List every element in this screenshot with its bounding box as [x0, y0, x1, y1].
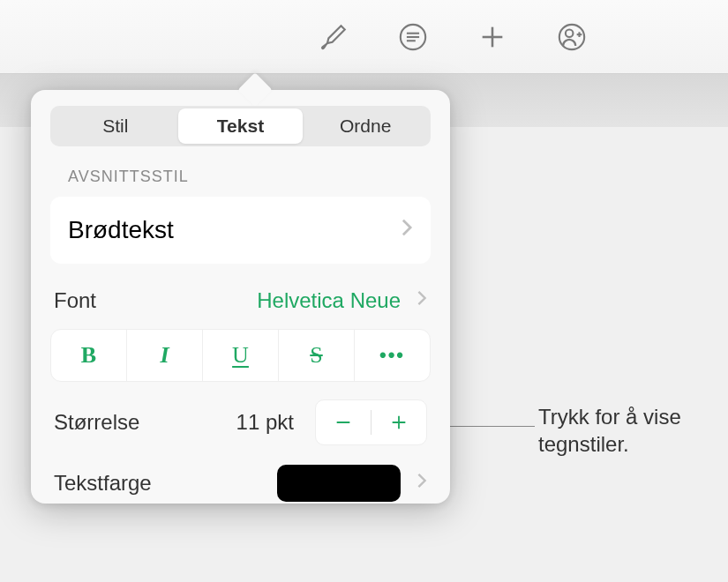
paragraph-style-selector[interactable]: Brødtekst	[50, 197, 431, 264]
size-stepper	[315, 399, 427, 445]
bold-button[interactable]: B	[51, 330, 127, 381]
list-icon[interactable]	[395, 19, 431, 55]
italic-button[interactable]: I	[127, 330, 203, 381]
font-value: Helvetica Neue	[257, 288, 401, 313]
size-increase-button[interactable]	[372, 400, 426, 444]
font-label: Font	[54, 288, 96, 313]
callout-line-1: Trykk for å vise	[538, 403, 681, 430]
paragraph-style-label: AVSNITTSSTIL	[50, 168, 431, 186]
collaborate-icon[interactable]	[554, 19, 589, 55]
text-color-label: Tekstfarge	[54, 471, 152, 496]
font-row[interactable]: Font Helvetica Neue	[50, 288, 431, 313]
tab-ordne[interactable]: Ordne	[303, 108, 428, 144]
text-color-row[interactable]: Tekstfarge	[50, 465, 431, 504]
callout-leader-line	[439, 426, 535, 427]
callout-line-2: tegnstiler.	[538, 430, 681, 458]
size-row: Størrelse 11 pkt	[50, 399, 431, 445]
size-label: Størrelse	[54, 410, 139, 435]
format-button-group: B I U S •••	[50, 329, 431, 382]
chevron-right-icon	[401, 218, 413, 242]
size-value: 11 pkt	[236, 410, 294, 435]
more-options-button[interactable]: •••	[355, 330, 430, 381]
tab-tekst[interactable]: Tekst	[178, 108, 304, 144]
size-decrease-button[interactable]	[316, 400, 371, 444]
text-color-swatch[interactable]	[277, 465, 401, 502]
strikethrough-button[interactable]: S	[279, 330, 355, 381]
underline-button[interactable]: U	[203, 330, 279, 381]
paintbrush-icon[interactable]	[316, 19, 351, 55]
chevron-right-icon	[417, 472, 427, 495]
format-tabs: Stil Tekst Ordne	[50, 106, 431, 146]
svg-point-7	[565, 29, 573, 37]
format-popover: Stil Tekst Ordne AVSNITTSSTIL Brødtekst …	[31, 90, 450, 504]
paragraph-style-value: Brødtekst	[68, 216, 174, 244]
chevron-right-icon	[417, 289, 427, 312]
plus-icon[interactable]	[475, 19, 510, 55]
callout-text: Trykk for å vise tegnstiler.	[538, 403, 681, 458]
tab-stil[interactable]: Stil	[53, 108, 178, 144]
main-toolbar	[0, 0, 728, 74]
